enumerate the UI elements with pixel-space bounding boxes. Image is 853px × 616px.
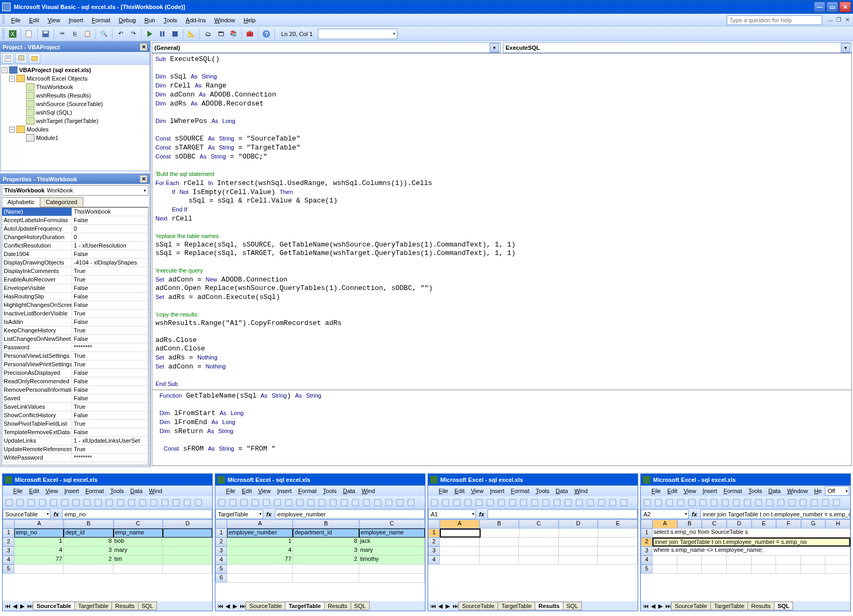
property-row[interactable]: DisplayInkCommentsTrue <box>2 267 148 276</box>
property-row[interactable]: WritePassword******** <box>2 454 148 462</box>
column-header[interactable]: A <box>14 520 64 529</box>
tab-nav-next-icon[interactable]: ▶ <box>19 602 26 610</box>
sheet-tab-targettable[interactable]: TargetTable <box>710 602 748 610</box>
row-header[interactable]: 5 <box>3 565 14 574</box>
menu-tools[interactable]: Tools <box>745 488 765 494</box>
save-button[interactable] <box>451 497 462 508</box>
cell[interactable] <box>163 547 212 556</box>
sort-button[interactable] <box>182 497 193 508</box>
cell[interactable] <box>480 547 519 556</box>
menu-wind[interactable]: Wind <box>571 488 591 494</box>
cell[interactable] <box>559 529 598 538</box>
name-box[interactable]: TargetTable <box>215 509 263 519</box>
cell[interactable]: inner join TargetTable t on t.employee_n… <box>652 538 850 547</box>
cell[interactable] <box>598 547 638 556</box>
row-header[interactable]: 5 <box>215 565 227 574</box>
menu-file[interactable]: File <box>436 488 451 494</box>
properties-object-combo[interactable]: ThisWorkbook Workbook <box>2 185 149 196</box>
property-row[interactable]: PersonalViewPrintSettingsTrue <box>2 360 148 369</box>
cell[interactable]: tim <box>114 556 163 565</box>
column-header[interactable]: A <box>652 520 677 529</box>
tab-nav-last-icon[interactable]: ⏭ <box>664 602 672 610</box>
security-combo[interactable]: Off <box>825 486 849 496</box>
print-button[interactable] <box>474 497 484 508</box>
column-header[interactable]: E <box>752 520 777 529</box>
cell[interactable] <box>163 565 212 574</box>
cell[interactable]: bob <box>114 538 163 547</box>
cell[interactable]: select s.emp_no from SourceTable s <box>652 529 850 538</box>
row-header[interactable]: 2 <box>428 538 440 547</box>
redo-button[interactable] <box>361 497 372 508</box>
column-header[interactable]: B <box>64 520 113 529</box>
column-header[interactable]: B <box>677 520 702 529</box>
paste-button[interactable] <box>328 497 338 508</box>
redo-button[interactable] <box>149 497 159 508</box>
cell[interactable] <box>519 538 559 547</box>
paste-button[interactable] <box>115 497 126 508</box>
run-button[interactable] <box>144 28 155 40</box>
sheet-tab-results[interactable]: Results <box>324 602 351 610</box>
property-row[interactable]: EnableAutoRecoverTrue <box>2 276 148 284</box>
fx-icon[interactable]: fx <box>266 511 272 517</box>
sum-button[interactable] <box>384 497 394 508</box>
insert-module-button[interactable] <box>23 28 35 40</box>
cell[interactable] <box>825 556 850 565</box>
column-header[interactable]: C <box>114 520 163 529</box>
row-header[interactable]: 1 <box>215 529 227 538</box>
project-tree[interactable]: −VBAProject (sql excel.xls) −Microsoft E… <box>1 65 150 171</box>
row-header[interactable]: 1 <box>3 529 14 538</box>
cell[interactable] <box>598 538 638 547</box>
toggle-folders-button[interactable] <box>29 53 40 64</box>
property-row[interactable]: Password******** <box>2 344 148 352</box>
cell[interactable]: emp_name <box>114 529 163 538</box>
cell[interactable]: jack <box>359 538 425 547</box>
property-row[interactable]: ChangeHistoryDuration0 <box>2 233 148 242</box>
perm-button[interactable] <box>463 497 473 508</box>
property-row[interactable]: HighlightChangesOnScreenFalse <box>2 301 148 310</box>
research-button[interactable] <box>82 497 92 508</box>
row-header[interactable]: 2 <box>3 538 14 547</box>
cell[interactable]: 8 <box>293 538 359 547</box>
undo-button[interactable] <box>350 497 361 508</box>
menu-tools[interactable]: Tools <box>159 15 181 25</box>
cell[interactable] <box>227 574 293 583</box>
tab-categorized[interactable]: Categorized <box>40 197 83 207</box>
format-button[interactable] <box>126 497 137 508</box>
cell[interactable] <box>227 565 293 574</box>
properties-button[interactable]: 🗔 <box>215 28 227 40</box>
spell-button[interactable] <box>709 497 719 508</box>
menu-format[interactable]: Format <box>88 15 115 25</box>
perm-button[interactable] <box>675 497 686 508</box>
cell[interactable] <box>776 556 801 565</box>
property-row[interactable]: RemovePersonalInformaticFalse <box>2 386 148 394</box>
cell[interactable]: 2 <box>293 556 359 565</box>
cell[interactable] <box>163 529 212 538</box>
row-header[interactable]: 4 <box>428 556 440 565</box>
property-row[interactable]: SavedFalse <box>2 394 148 403</box>
column-header[interactable]: H <box>825 520 850 529</box>
name-box[interactable]: SourceTable <box>3 509 50 519</box>
mdi-close-icon[interactable]: ✕ <box>843 16 851 24</box>
undo-button[interactable] <box>137 497 148 508</box>
property-row[interactable]: SaveLinkValuesTrue <box>2 403 148 411</box>
tab-nav-prev-icon[interactable]: ◀ <box>224 602 231 610</box>
undo-button[interactable] <box>776 497 786 508</box>
open-button[interactable] <box>15 497 25 508</box>
worksheet-grid[interactable]: ABCDE1234 <box>428 520 638 601</box>
sheet-tab-targettable[interactable]: TargetTable <box>74 602 112 610</box>
sum-button[interactable] <box>171 497 181 508</box>
link-button[interactable] <box>798 497 808 508</box>
tab-nav-prev-icon[interactable]: ◀ <box>649 602 657 610</box>
menu-debug[interactable]: Debug <box>115 15 140 25</box>
cell[interactable] <box>727 556 752 565</box>
sheet-tab-sourcetable[interactable]: SourceTable <box>246 602 285 610</box>
cell[interactable] <box>825 565 850 574</box>
cell[interactable] <box>801 556 826 565</box>
row-header[interactable]: 4 <box>3 556 14 565</box>
sum-button[interactable] <box>596 497 607 508</box>
menu-wind[interactable]: Wind <box>146 488 166 494</box>
fx-icon[interactable]: fx <box>692 511 697 517</box>
cut-button[interactable] <box>731 497 742 508</box>
format-button[interactable] <box>764 497 775 508</box>
tab-nav-last-icon[interactable]: ⏭ <box>26 602 33 610</box>
